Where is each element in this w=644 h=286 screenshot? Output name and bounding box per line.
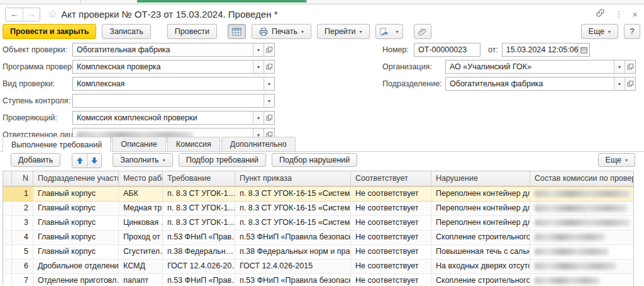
dropdown-button[interactable]: ▾ [614, 77, 625, 90]
cell-req: п.53 ФНиП «Прав… [163, 231, 235, 244]
chevron-down-icon: ▾ [625, 157, 628, 163]
dropdown-button[interactable]: ▾ [253, 60, 264, 73]
program-field[interactable]: Комплексная проверка ▾ [72, 60, 275, 74]
cell-n: 2 [12, 202, 33, 215]
post-button[interactable]: Провести [167, 24, 217, 39]
cell-committee [530, 260, 633, 273]
table-row[interactable]: 4Главный корпусПроход от …п.53 ФНиП «Пра… [3, 231, 633, 245]
cell-order: п. 8.3 СТ УГОК-16-15 «Система … [235, 202, 351, 215]
open-button[interactable] [625, 60, 635, 73]
cell-req: п.38 Федеральн… [163, 245, 235, 259]
help-button[interactable]: ? [624, 24, 640, 39]
cell-place: КСМД [119, 260, 163, 273]
dropdown-button[interactable]: ▾ [253, 112, 264, 124]
fill-label: Заполнить [120, 156, 158, 164]
inspector-field[interactable]: Комиссия комплексной проверки ▾ [72, 111, 275, 125]
table-row[interactable]: 3Главный корпусЦинковая …п. 8.3 СТ УГОК-… [3, 216, 633, 231]
tab-additional[interactable]: Дополнительно [221, 137, 296, 151]
close-icon[interactable]: × [632, 9, 638, 20]
cell-unit: Главный корпус [33, 216, 119, 230]
table-more-button[interactable]: Еще ▾ [598, 153, 635, 167]
table-row[interactable]: 7Отделение приготовл…папаптп.53 ФНиП «Пр… [3, 274, 633, 286]
open-button[interactable] [264, 60, 274, 73]
field-label: Ступень контроля: [3, 96, 72, 105]
save-button[interactable]: Записать [102, 24, 150, 39]
open-button[interactable] [264, 43, 274, 56]
cell-viol: Переполнен контейнер дл… [431, 202, 530, 215]
print-button[interactable]: Печать ▾ [252, 24, 311, 39]
tab-committee[interactable]: Комиссия [167, 137, 220, 151]
tab-description[interactable]: Описание [112, 137, 166, 151]
calendar-button[interactable] [578, 43, 589, 56]
cell-conf: Не соответствует [351, 274, 431, 286]
cell-marker [3, 245, 12, 259]
table-row[interactable]: 1Главный корпусАБКп. 8.3 СТ УГОК-1…п. 8.… [3, 186, 633, 202]
col-header[interactable]: Нарушение [431, 171, 530, 186]
pick-violations-button[interactable]: Подбор нарушений [272, 153, 357, 167]
col-header[interactable]: Место работ [119, 171, 163, 186]
dropdown-button[interactable]: ▾ [614, 60, 625, 73]
table-toolbar: Добавить Заполнить ▾ Подбор требований П… [0, 152, 644, 169]
dropdown-button[interactable]: ▾ [253, 43, 264, 56]
pick-requirements-button[interactable]: Подбор требований [179, 153, 266, 167]
fill-button[interactable]: Заполнить ▾ [113, 153, 172, 167]
object-field[interactable]: Обогатительная фабрика ▾ [72, 43, 275, 57]
show-list-button[interactable] [228, 24, 246, 39]
cell-conf: Не соответствует [351, 202, 431, 215]
post-and-close-button[interactable]: Провести и закрыть [3, 24, 96, 39]
field-value: АО «Учалинский ГОК» [446, 60, 614, 73]
forward-button[interactable]: → [23, 8, 40, 21]
dropdown-button[interactable]: ▾ [264, 77, 274, 90]
col-header[interactable]: Требование [163, 171, 235, 186]
app-tab-strip[interactable] [0, 0, 644, 4]
more-button[interactable]: Еще ▾ [581, 24, 618, 39]
cell-marker [3, 216, 12, 230]
add-row-button[interactable]: Добавить [11, 153, 60, 167]
table-row[interactable]: 2Главный корпусМедная тр…п. 8.3 СТ УГОК-… [3, 202, 633, 216]
department-field[interactable]: Обогатительная фабрика ▾ [445, 77, 636, 91]
date-field[interactable]: 15.03.2024 12:05:06 [502, 43, 590, 57]
open-button[interactable] [625, 77, 635, 90]
tab-requirements[interactable]: Выполнение требований [3, 137, 111, 152]
attachments-button[interactable] [414, 24, 431, 39]
print-label: Печать [272, 27, 297, 36]
link-icon[interactable] [596, 8, 605, 20]
check-type-field[interactable]: Комплексная ▾ [72, 77, 275, 91]
redacted-text [535, 263, 616, 270]
page-title: Акт проверки № ОТ-23 от 15.03.2024. Пров… [61, 9, 277, 20]
col-header[interactable]: Пункт приказа [235, 171, 351, 186]
col-header[interactable]: Подразделение участка [33, 171, 119, 186]
document-arrow-icon [380, 28, 389, 36]
organization-field[interactable]: АО «Учалинский ГОК» ▾ [445, 60, 636, 74]
favorite-star-icon[interactable]: ☆ [48, 8, 57, 21]
table-row[interactable]: 5Главный корпусСгустител…п.38 Федеральн…… [3, 245, 633, 260]
back-button[interactable]: ← [6, 8, 23, 21]
chevron-down-icon: ▾ [360, 29, 362, 35]
col-header[interactable]: N [12, 171, 33, 186]
cell-place: Проход от … [119, 231, 163, 244]
move-up-button[interactable] [72, 154, 87, 168]
open-button[interactable] [264, 112, 274, 124]
col-header[interactable]: Состав комиссии по проверке [530, 171, 633, 186]
cell-place: Медная тр… [119, 202, 163, 215]
dropdown-button[interactable]: ▾ [264, 94, 274, 107]
goto-label: Перейти [325, 27, 356, 36]
move-down-button[interactable] [87, 154, 101, 168]
cell-marker [3, 231, 12, 244]
create-based-on-button[interactable]: ▾ [375, 24, 403, 39]
document-window: ← → ☆ Акт проверки № ОТ-23 от 15.03.2024… [0, 0, 644, 286]
control-level-field[interactable]: ▾ [72, 94, 275, 108]
cell-committee [530, 245, 633, 259]
table-row[interactable]: 6Дробильное отделениеКСМДГОСТ 12.4.026-2… [3, 260, 633, 274]
field-label: от: [488, 45, 498, 54]
number-field[interactable]: ОТ-00000023 [414, 43, 480, 57]
field-value: Комиссия комплексной проверки [73, 112, 253, 124]
goto-button[interactable]: Перейти ▾ [317, 24, 370, 39]
cell-order: ГОСТ 12.4.026-2015 [235, 260, 351, 273]
col-header[interactable]: Соответствует [351, 171, 431, 186]
cell-conf: Не соответствует [351, 187, 431, 201]
menu-kebab-icon[interactable]: ⋮ [614, 9, 623, 19]
field-label: Подразделение: [382, 79, 445, 88]
cell-n: 5 [12, 245, 33, 259]
field-value [73, 94, 264, 107]
